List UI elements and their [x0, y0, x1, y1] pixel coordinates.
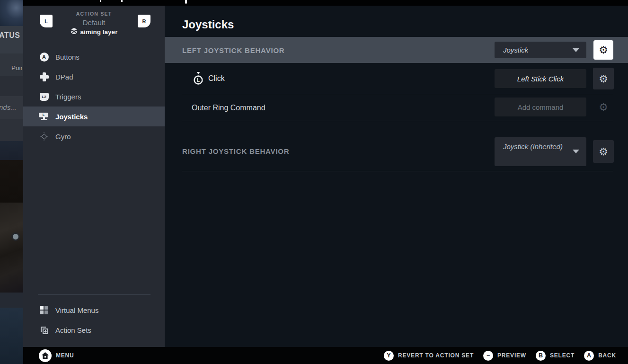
backdrop-image-segment	[0, 308, 23, 364]
active-layer-row: aiming layer	[23, 28, 165, 36]
action-set-heading: ACTION SET	[23, 11, 165, 17]
config-sidebar: L R ACTION SET Default aiming layer A Bu…	[23, 6, 165, 347]
sidebar-item-dpad[interactable]: DPad	[23, 67, 165, 87]
grid-icon	[38, 306, 50, 314]
backdrop-panel-segment: Poin	[0, 53, 23, 76]
sidebar-item-label: Triggers	[55, 93, 81, 101]
hint-actions: Y REVERT TO ACTION SET − PREVIEW B SELEC…	[384, 351, 616, 361]
sidebar-item-virtual-menus[interactable]: Virtual Menus	[23, 300, 165, 320]
backdrop-panel-segment	[0, 119, 23, 141]
clipped-window-title-strip	[23, 0, 628, 6]
sidebar-item-buttons[interactable]: A Buttons	[23, 47, 165, 67]
menu-button[interactable]: MENU	[39, 349, 74, 362]
sidebar-item-gyro[interactable]: Gyro	[23, 126, 165, 146]
a-button-icon: A	[38, 53, 50, 62]
menu-label: MENU	[56, 352, 74, 359]
dpad-icon	[38, 72, 50, 81]
click-binding-row: L Click Left Stick Click ⚙	[165, 63, 628, 94]
revert-to-action-set-button[interactable]: Y REVERT TO ACTION SET	[384, 351, 474, 361]
outer-ring-settings-gear-button[interactable]: ⚙	[593, 96, 614, 118]
backdrop-character-segment	[0, 203, 23, 293]
left-joystick-mode-dropdown[interactable]: Joystick	[495, 42, 586, 58]
right-joystick-mode-dropdown[interactable]: Joystick (Inherited)	[495, 137, 586, 166]
gyro-icon	[38, 132, 50, 141]
left-joystick-settings-gear-button[interactable]: ⚙	[593, 40, 613, 60]
backdrop-image-segment	[0, 160, 23, 203]
click-binding-button[interactable]: Left Stick Click	[495, 69, 586, 88]
revert-to-action-set-label: REVERT TO ACTION SET	[398, 352, 474, 359]
clipped-text-fragment: nds...	[0, 103, 17, 111]
b-button-icon: B	[536, 351, 546, 361]
backdrop-panel-segment: nds...	[0, 96, 23, 119]
svg-text:L: L	[197, 78, 200, 83]
back-label: BACK	[598, 352, 616, 359]
a-button-icon: A	[584, 351, 594, 361]
chevron-down-icon	[573, 48, 579, 52]
select-label: SELECT	[550, 352, 575, 359]
watch-face-detail	[11, 232, 20, 241]
right-joystick-behavior-label: RIGHT JOYSTICK BEHAVIOR	[182, 147, 289, 155]
stacked-squares-plus-icon	[38, 326, 50, 335]
game-backdrop-strip: ATUS Poin nds...	[0, 0, 23, 364]
clipped-title-remnant	[121, 0, 123, 2]
select-button[interactable]: B SELECT	[536, 351, 575, 361]
minus-button-icon: −	[483, 351, 493, 361]
clipped-text-fragment: Poin	[11, 64, 23, 71]
sidebar-item-label: Action Sets	[55, 326, 91, 334]
preview-button[interactable]: − PREVIEW	[483, 351, 526, 361]
backdrop-image-segment	[0, 141, 23, 160]
clipped-title-remnant	[185, 0, 187, 4]
y-button-icon: Y	[384, 351, 394, 361]
joystick-icon: L	[38, 113, 50, 121]
clipped-title-remnant	[100, 0, 101, 2]
backdrop-panel-segment	[0, 76, 23, 96]
right-joystick-mode-value: Joystick (Inherited)	[495, 137, 586, 156]
backdrop-panel-segment	[0, 293, 23, 308]
action-set-name: Default	[23, 18, 165, 27]
backdrop-panel-segment: ATUS	[0, 26, 23, 53]
back-button[interactable]: A BACK	[584, 351, 616, 361]
home-icon	[39, 349, 52, 362]
outer-ring-add-command-button[interactable]: Add command	[495, 98, 586, 116]
sidebar-item-action-sets[interactable]: Action Sets	[23, 320, 165, 340]
left-joystick-behavior-row: LEFT JOYSTICK BEHAVIOR Joystick ⚙	[165, 37, 628, 63]
sidebar-nav: A Buttons DPad L2 Triggers L Joysticks	[23, 47, 165, 146]
active-layer-label: aiming layer	[80, 28, 118, 36]
page-title: Joysticks	[182, 18, 234, 31]
layers-icon	[71, 28, 78, 36]
right-joystick-settings-gear-button[interactable]: ⚙	[593, 140, 614, 163]
sidebar-item-label: Gyro	[55, 133, 71, 141]
row-divider	[182, 171, 613, 171]
clipped-text-fragment: ATUS	[0, 31, 20, 40]
sidebar-item-joysticks[interactable]: L Joysticks	[23, 107, 165, 126]
click-row-label: Click	[208, 74, 225, 83]
preview-label: PREVIEW	[497, 352, 526, 359]
outer-ring-command-row: Outer Ring Command Add command ⚙	[165, 94, 628, 121]
sidebar-item-label: Virtual Menus	[55, 306, 98, 314]
joysticks-settings-panel: Joysticks LEFT JOYSTICK BEHAVIOR Joystic…	[165, 6, 628, 347]
sidebar-item-label: Buttons	[55, 53, 80, 61]
trigger-icon: L2	[38, 93, 50, 101]
controller-hint-bar: MENU Y REVERT TO ACTION SET − PREVIEW B …	[23, 347, 628, 364]
sidebar-item-label: Joysticks	[55, 113, 88, 121]
click-settings-gear-button[interactable]: ⚙	[593, 68, 614, 89]
outer-ring-command-label: Outer Ring Command	[192, 104, 265, 112]
stick-click-icon: L	[193, 72, 204, 87]
left-joystick-behavior-label: LEFT JOYSTICK BEHAVIOR	[182, 46, 285, 54]
chevron-down-icon	[573, 150, 579, 153]
sidebar-item-label: DPad	[55, 73, 73, 81]
backdrop-image-segment	[0, 0, 23, 26]
sidebar-divider	[38, 294, 150, 295]
row-divider	[182, 121, 613, 121]
sidebar-item-triggers[interactable]: L2 Triggers	[23, 87, 165, 107]
